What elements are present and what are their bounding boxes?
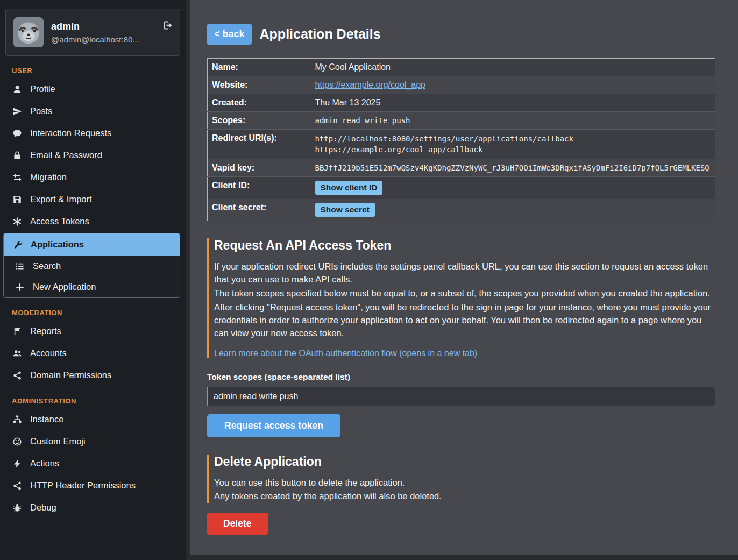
row-value: Show secret — [310, 199, 715, 221]
row-value: admin read write push — [310, 112, 715, 130]
sidebar-item-applications-search[interactable]: Search — [4, 256, 180, 277]
sidebar-item-label: Applications — [31, 239, 84, 250]
row-value: My Cool Application — [310, 59, 715, 76]
table-row-created: Created: Thu Mar 13 2025 — [208, 94, 715, 112]
sidebar-item-custom-emoji[interactable]: Custom Emoji — [0, 430, 186, 452]
user-card[interactable]: admin @admin@localhost:80... — [5, 9, 180, 56]
oauth-docs-link[interactable]: Learn more about the OAuth authenticatio… — [214, 349, 477, 358]
sidebar-item-accounts[interactable]: Accounts — [0, 342, 186, 364]
wrench-icon — [12, 240, 23, 250]
bolt-icon — [12, 459, 23, 469]
share-nodes-icon — [12, 371, 23, 380]
row-label: Vapid key: — [208, 159, 310, 177]
page-header: < back Application Details — [207, 24, 715, 45]
sidebar-item-label: Export & Import — [30, 194, 92, 204]
table-row-client-secret: Client secret: Show secret — [208, 199, 715, 221]
row-value: Thu Mar 13 2025 — [310, 94, 715, 112]
arrows-left-right-icon — [12, 173, 23, 182]
website-link[interactable]: https://example.org/cool_app — [315, 80, 425, 89]
delete-application-title: Delete Application — [214, 455, 715, 469]
sidebar-item-label: Posts — [30, 106, 52, 116]
sidebar-item-label: Search — [33, 261, 61, 271]
row-value: http://localhost:8080/settings/user/appl… — [310, 130, 715, 159]
floppy-disk-icon — [12, 195, 23, 204]
sidebar-item-label: Migration — [30, 172, 67, 182]
sidebar-item-http-header-permissions[interactable]: HTTP Header Permissions — [0, 474, 186, 497]
sidebar-item-interaction-requests[interactable]: Interaction Requests — [0, 122, 186, 144]
sidebar-item-posts[interactable]: Posts — [0, 100, 186, 122]
request-access-token-button[interactable]: Request access token — [207, 414, 340, 437]
delete-application-intro: Delete Application You can use this butt… — [207, 455, 715, 504]
sidebar-item-export-import[interactable]: Export & Import — [0, 188, 186, 210]
sidebar-item-label: Interaction Requests — [30, 128, 111, 138]
sidebar-item-domain-permissions[interactable]: Domain Permissions — [0, 364, 186, 386]
row-label: Client secret: — [208, 199, 310, 221]
sidebar-item-label: Custom Emoji — [30, 436, 86, 446]
back-button[interactable]: < back — [207, 24, 252, 45]
table-row-redirect-uris: Redirect URI(s): http://localhost:8080/s… — [208, 130, 715, 159]
request-token-title: Request An API Access Token — [214, 238, 715, 253]
lock-icon — [12, 151, 23, 160]
flag-icon — [12, 327, 23, 336]
delete-button[interactable]: Delete — [207, 513, 268, 535]
sidebar-item-actions[interactable]: Actions — [0, 452, 186, 474]
sidebar-item-migration[interactable]: Migration — [0, 166, 186, 188]
request-token-paragraph: If your application redirect URIs includ… — [214, 260, 715, 286]
user-handle: @admin@localhost:80... — [51, 35, 139, 44]
sidebar-nav-administration: Instance Custom Emoji Actions HTTP Heade… — [0, 408, 186, 519]
row-value: BBJffJ219b5iE512m7wQSzv4KgKDhgZZVzNyWC_r… — [310, 159, 715, 177]
sidebar-item-label: New Application — [33, 282, 96, 292]
logout-icon[interactable] — [162, 20, 173, 31]
row-label: Created: — [208, 94, 310, 112]
request-token-paragraph: After clicking "Request access token", y… — [214, 301, 715, 340]
table-row-website: Website: https://example.org/cool_app — [208, 76, 715, 94]
table-row-client-id: Client ID: Show client ID — [208, 177, 715, 199]
show-secret-button[interactable]: Show secret — [315, 203, 375, 217]
sidebar-item-new-application[interactable]: New Application — [4, 277, 180, 297]
avatar — [13, 17, 44, 47]
sidebar-nav-moderation: Reports Accounts Domain Permissions — [0, 320, 186, 386]
delete-application-paragraph: Any tokens created by the application wi… — [214, 490, 715, 503]
sidebar-section-administration: ADMINISTRATION — [12, 397, 174, 405]
sidebar-item-profile[interactable]: Profile — [0, 78, 186, 100]
sidebar-item-label: Profile — [30, 84, 55, 94]
token-scopes-input[interactable] — [207, 387, 715, 406]
smiley-icon — [12, 437, 23, 446]
delete-application-paragraph: You can use this button to delete the ap… — [214, 477, 715, 490]
plus-icon — [15, 282, 25, 292]
row-label: Redirect URI(s): — [208, 130, 310, 159]
sidebar-item-label: Reports — [30, 326, 61, 336]
sidebar-item-label: HTTP Header Permissions — [30, 480, 136, 491]
application-details-table: Name: My Cool Application Website: https… — [207, 58, 715, 221]
sidebar-section-moderation: MODERATION — [12, 309, 174, 317]
paper-plane-icon — [12, 107, 23, 116]
bug-icon — [12, 503, 23, 513]
applications-group: Applications Search New Application — [3, 233, 180, 298]
sidebar-item-label: Email & Password — [30, 150, 102, 160]
main-content: < back Application Details Name: My Cool… — [190, 0, 738, 555]
settings-app: admin @admin@localhost:80... USER Profil… — [0, 0, 738, 560]
sidebar-item-label: Access Tokens — [30, 216, 89, 226]
show-client-id-button[interactable]: Show client ID — [315, 181, 383, 195]
sidebar-item-email-password[interactable]: Email & Password — [0, 144, 186, 166]
user-meta: admin @admin@localhost:80... — [51, 21, 139, 44]
token-scopes-label: Token scopes (space-separated list) — [207, 372, 715, 382]
table-row-name: Name: My Cool Application — [208, 59, 715, 76]
sidebar-item-debug[interactable]: Debug — [0, 497, 186, 519]
sidebar-item-reports[interactable]: Reports — [0, 320, 186, 342]
sidebar-item-access-tokens[interactable]: Access Tokens — [0, 210, 186, 232]
sidebar-item-label: Domain Permissions — [30, 370, 111, 380]
row-label: Name: — [208, 59, 310, 76]
asterisk-icon — [12, 217, 23, 226]
sidebar-item-label: Debug — [30, 502, 56, 513]
redirect-uri: https://example.org/cool_app/callback — [315, 144, 710, 155]
sidebar-item-label: Instance — [30, 414, 63, 424]
users-icon — [12, 349, 23, 358]
request-token-intro: Request An API Access Token If your appl… — [207, 238, 715, 358]
user-icon — [12, 84, 23, 94]
sidebar-item-instance[interactable]: Instance — [0, 408, 186, 430]
sidebar-item-applications[interactable]: Applications — [4, 233, 180, 256]
sidebar-item-label: Accounts — [30, 348, 67, 358]
sidebar: admin @admin@localhost:80... USER Profil… — [0, 0, 186, 560]
row-value: https://example.org/cool_app — [310, 76, 715, 94]
